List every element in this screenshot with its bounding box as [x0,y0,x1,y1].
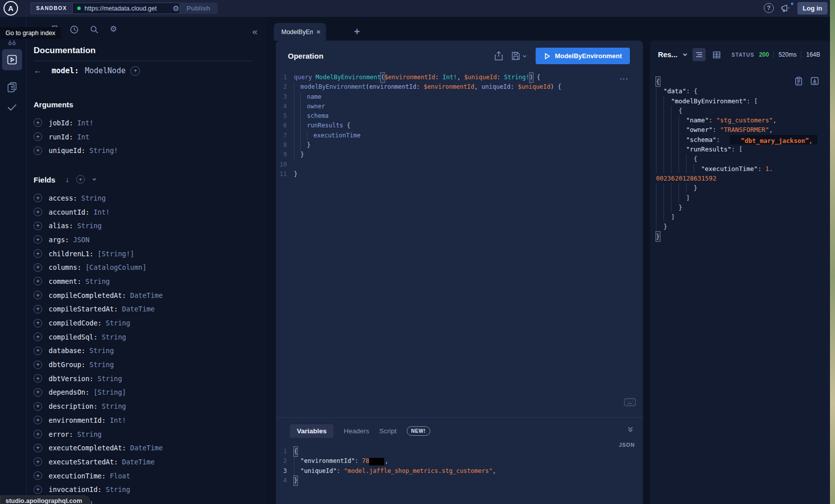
apollo-logo[interactable]: A [4,1,18,16]
field-type-link[interactable]: DateTime [130,444,163,452]
field-name[interactable]: alias: String [49,222,102,230]
field-name[interactable]: access: String [49,194,106,202]
field-type-link[interactable]: JSON [73,236,90,244]
field-name[interactable]: compiledCode: String [49,319,130,327]
add-to-query-icon[interactable]: + [130,66,140,76]
add-field-icon[interactable]: + [34,249,42,258]
field-name[interactable]: executionTime: Float [49,472,130,480]
field-name[interactable]: columns: [CatalogColumn] [49,263,146,271]
settings-gear-icon[interactable]: ⚙ [110,25,117,34]
add-field-icon[interactable]: + [34,146,42,155]
field-name[interactable]: dbtVersion: String [49,375,122,383]
field-name[interactable]: childrenL1: [String!] [49,250,134,258]
field-name[interactable]: executeCompletedAt: DateTime [49,444,163,452]
field-type-link[interactable]: String [77,430,102,438]
add-field-icon[interactable]: + [34,118,42,127]
field-name[interactable]: compiledSql: String [49,333,126,341]
field-type-link[interactable]: String [89,347,114,355]
breadcrumb-type-link[interactable]: ModelNode [85,66,125,75]
field-type-link[interactable]: String [77,222,102,230]
field-type-link[interactable]: String! [89,146,118,154]
field-name[interactable]: uniqueId: String! [49,146,118,154]
add-field-icon[interactable]: + [34,319,42,327]
collapse-variables-icon[interactable] [627,426,634,433]
tab-variables[interactable]: Variables [290,424,333,438]
variables-editor[interactable]: 1{2"environmentId": 78,3"uniqueId": "mod… [276,447,496,485]
tab-modelbyenvironment[interactable]: ModelByEnvi... ✕ [274,23,326,41]
add-field-icon[interactable]: + [34,347,42,355]
keyboard-shortcuts-icon[interactable] [624,398,636,406]
response-body[interactable]: {"data": {"modelByEnvironment": [{"name"… [656,77,817,241]
field-name[interactable]: runId: Int [49,133,89,141]
add-field-icon[interactable]: + [34,222,42,230]
add-field-icon[interactable]: + [34,416,42,424]
field-name[interactable]: error: String [49,430,102,438]
field-name[interactable]: comment: String [49,277,110,285]
login-button[interactable]: Log in [797,2,827,15]
tab-headers[interactable]: Headers [344,427,369,435]
field-type-link[interactable]: String [102,402,126,410]
field-type-link[interactable]: Int! [110,416,126,424]
field-type-link[interactable]: String [106,319,130,327]
add-field-icon[interactable]: + [34,332,42,341]
save-options-chevron-icon[interactable] [522,54,527,59]
field-name[interactable]: database: String [49,347,114,355]
share-icon[interactable] [494,51,503,61]
field-type-link[interactable]: DateTime [130,291,163,299]
json-view-toggle-icon[interactable] [693,48,706,61]
endpoint-url-input[interactable]: https://metadata.cloud.get ⚙ [72,3,183,14]
add-all-fields-icon[interactable]: + [76,175,85,184]
back-arrow-icon[interactable]: ← [34,66,47,76]
sort-fields-icon[interactable]: ↓ [66,175,70,184]
search-icon[interactable] [90,25,99,34]
field-type-link[interactable]: String [89,361,114,369]
field-type-link[interactable]: [CatalogColumn] [85,263,146,271]
add-field-icon[interactable]: + [34,444,42,452]
field-type-link[interactable]: Float [110,472,130,480]
run-operation-button[interactable]: ModelByEnvironment [536,48,630,64]
sidebar-item-checks[interactable] [2,99,22,116]
collapse-panel-icon[interactable]: « [252,27,258,36]
field-type-link[interactable]: [String] [93,388,126,396]
field-name[interactable]: description: String [49,402,126,410]
add-field-icon[interactable]: + [34,263,42,272]
sidebar-item-explorer[interactable] [2,49,22,70]
add-field-icon[interactable]: + [34,194,42,202]
field-type-link[interactable]: Int [77,133,89,141]
add-field-icon[interactable]: + [34,132,42,141]
field-name[interactable]: compileStartedAt: DateTime [49,305,154,313]
help-icon[interactable]: ? [764,3,774,13]
add-field-icon[interactable]: + [34,361,42,369]
field-name[interactable]: jobId: Int! [49,119,93,127]
add-field-icon[interactable]: + [34,235,42,244]
add-field-icon[interactable]: + [34,457,42,466]
add-field-icon[interactable]: + [34,305,42,313]
operation-editor[interactable]: 1query ModelByEnvironment($environmentId… [276,73,561,179]
field-name[interactable]: executeStartedAt: DateTime [49,458,154,466]
add-field-icon[interactable]: + [34,471,42,480]
field-name[interactable]: compileCompletedAt: DateTime [49,291,163,299]
response-dropdown-chevron-icon[interactable] [682,52,688,58]
field-type-link[interactable]: String [106,485,130,493]
field-type-link[interactable]: String [102,333,126,341]
table-view-toggle-icon[interactable] [710,48,723,61]
chevron-down-icon[interactable] [92,175,97,184]
field-type-link[interactable]: Int! [77,119,94,127]
field-type-link[interactable]: Int! [93,208,110,216]
field-type-link[interactable]: String [81,194,106,202]
add-field-icon[interactable]: + [34,430,42,438]
add-field-icon[interactable]: + [34,374,42,383]
publish-button[interactable]: Publish [179,3,218,14]
field-name[interactable]: accountId: Int! [49,208,110,216]
field-name[interactable]: dependsOn: [String] [49,388,126,396]
field-type-link[interactable]: [String!] [98,250,134,258]
field-type-link[interactable]: DateTime [122,458,154,466]
field-type-link[interactable]: DateTime [122,305,154,313]
save-icon[interactable] [512,52,520,60]
endpoint-settings-gear-icon[interactable]: ⚙ [173,5,179,12]
add-field-icon[interactable]: + [34,485,42,494]
tab-close-icon[interactable]: ✕ [316,29,321,36]
history-icon[interactable] [70,25,79,34]
add-field-icon[interactable]: + [34,277,42,285]
field-name[interactable]: invocationId: String [49,485,130,493]
